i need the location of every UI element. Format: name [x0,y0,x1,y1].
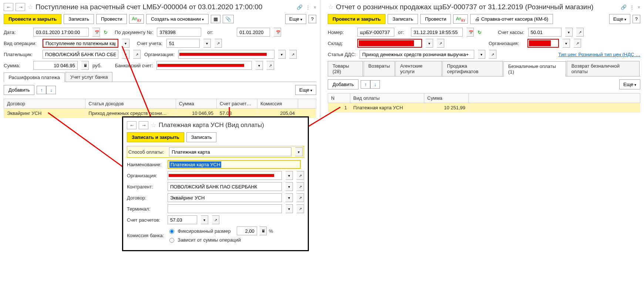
account-open-icon[interactable]: ↗ [215,39,222,48]
link-icon[interactable]: 🔗 [297,4,303,10]
favorite-icon-r[interactable]: ☆ [328,3,334,11]
cell-paytype[interactable]: Платежная карта УСН [350,103,424,113]
post-button-r[interactable]: Провести [420,14,451,24]
move-down-button[interactable]: ↓ [46,86,56,94]
org-input-r[interactable] [527,39,559,48]
calendar-icon[interactable]: 📅 [92,28,100,37]
warehouse-dropdown-icon[interactable]: ▾ [426,39,433,48]
col-n[interactable]: N [328,93,350,103]
refresh-icon[interactable]: ↻ [104,30,111,35]
docnum-input[interactable] [157,28,201,37]
cashacc-input[interactable] [528,28,562,37]
col-commission[interactable]: Комиссия [257,99,298,109]
price-type-link[interactable]: Тип цен: Розничный тип цен (НДС … [558,52,640,57]
dds-input[interactable] [360,50,474,59]
create-based-button[interactable]: Создать на основании [146,14,209,24]
org-open-icon-r[interactable]: ↗ [574,39,581,48]
close-icon-r[interactable]: × [637,4,640,10]
post-and-close-button[interactable]: Провести и закрыть [4,14,61,24]
tab-decode[interactable]: Расшифровка платежа [4,72,65,82]
org-open-icon[interactable]: ↗ [289,50,297,59]
payer-open-icon[interactable]: ↗ [133,50,141,59]
calendar-icon-2[interactable]: 📅 [274,28,281,37]
close-icon[interactable]: × [313,4,316,10]
favorite-icon[interactable]: ☆ [27,3,33,11]
col-sum-r[interactable]: Сумма [424,93,469,103]
move-up-button[interactable]: ↑ [37,86,46,94]
bank-input[interactable] [156,61,252,70]
org-dropdown-icon[interactable]: ▾ [278,50,286,59]
calc-icon[interactable]: 🖩 [81,61,89,70]
left-tabs: Расшифровка платежа Учет услуг банка [4,72,316,82]
attach-icon[interactable]: 📎 [223,15,234,23]
optype-dropdown-icon[interactable]: ▾ [122,39,129,48]
from-date-input-r[interactable] [411,28,463,37]
add-button-r[interactable]: Добавить [328,79,358,89]
menu-icon[interactable]: ⋮ [306,4,310,10]
post-button[interactable]: Провести [96,14,127,24]
cell-n[interactable]: 1 [328,103,350,113]
org-input-left[interactable] [178,50,274,59]
org-dropdown-icon-r[interactable]: ▾ [563,39,570,48]
right-tabs: Товары (28) Возвраты Агентские услуги Пр… [328,61,640,76]
cell-sum-r[interactable]: 10 251,99 [424,103,469,113]
col-settleacc[interactable]: Счет расчет… [216,99,257,109]
payer-label: Плательщик: [4,52,39,57]
move-down-button-r[interactable]: ↓ [370,80,380,89]
account-dropdown-icon[interactable]: ▾ [203,39,211,48]
warehouse-input[interactable] [357,39,422,48]
more-button-r2[interactable]: Еще [619,79,640,89]
warehouse-label: Склад: [328,41,354,46]
optype-input[interactable] [43,39,118,48]
bank-open-icon[interactable]: ↗ [267,61,274,70]
dds-open-icon[interactable]: ↗ [489,50,496,59]
register-icon[interactable]: ▦ [211,15,220,23]
more-button-2[interactable]: Еще [295,85,316,95]
sum-input[interactable] [33,61,78,70]
km6-button[interactable]: 🖨 Справка-отчет кассира (КМ-6) [470,14,553,24]
tab-services[interactable]: Учет услуг банка [65,72,112,82]
tab-certs[interactable]: Продажа сертификатов [442,61,503,76]
col-sum[interactable]: Сумма [176,99,216,109]
bank-label: Банковский счет: [115,63,153,68]
more-button-r[interactable]: Еще [609,14,630,24]
payer-input[interactable] [43,50,118,59]
dds-dropdown-icon[interactable]: ▾ [478,50,485,59]
payer-dropdown-icon[interactable]: ▾ [122,50,129,59]
col-contract[interactable]: Договор [4,99,85,109]
bank-dropdown-icon[interactable]: ▾ [256,61,263,70]
link-icon-r[interactable]: 🔗 [621,4,627,10]
more-button[interactable]: Еще [285,14,306,24]
account-input[interactable] [166,39,200,48]
tab-goods[interactable]: Товары (28) [328,61,363,76]
col-paytype[interactable]: Вид оплаты [350,93,424,103]
tab-returns[interactable]: Возвраты [364,61,395,76]
tab-noncash[interactable]: Безналичные оплаты (1) [503,61,566,76]
cell-contract[interactable]: Эквайринг УСН [4,109,85,118]
tab-ret-noncash[interactable]: Возврат безналичной оплаты [567,61,640,76]
add-button-left[interactable]: Добавить [4,85,34,95]
date-input[interactable] [33,28,89,37]
record-button[interactable]: Записать [64,14,94,24]
refresh-icon-r[interactable]: ↻ [478,30,483,35]
help-button-r[interactable]: ? [633,15,640,23]
forward-button[interactable]: → [16,3,25,11]
back-button[interactable]: ← [4,3,13,11]
dtkt-button[interactable]: АтКт [129,14,144,24]
cashacc-open-icon[interactable]: ↗ [576,28,584,37]
menu-icon-r[interactable]: ⋮ [630,4,634,10]
record-button-r[interactable]: Записать [388,14,418,24]
move-up-button-r[interactable]: ↑ [361,80,370,89]
table-row-r[interactable]: 1 Платежная карта УСН 10 251,99 [328,103,640,113]
dtkt-button-r[interactable]: АтКт [453,14,468,24]
warehouse-open-icon[interactable]: ↗ [437,39,444,48]
num-input[interactable] [357,28,394,37]
calendar-icon-r[interactable]: 📅 [466,28,474,37]
post-and-close-button-r[interactable]: Провести и закрыть [328,14,385,24]
from-label-r: от: [398,30,407,35]
from-date-input[interactable] [237,28,270,37]
help-button[interactable]: ? [308,15,316,23]
tab-agent[interactable]: Агентские услуги [395,61,442,76]
col-income[interactable]: Статья доходов [85,99,176,109]
cashacc-dropdown-icon[interactable]: ▾ [565,28,573,37]
